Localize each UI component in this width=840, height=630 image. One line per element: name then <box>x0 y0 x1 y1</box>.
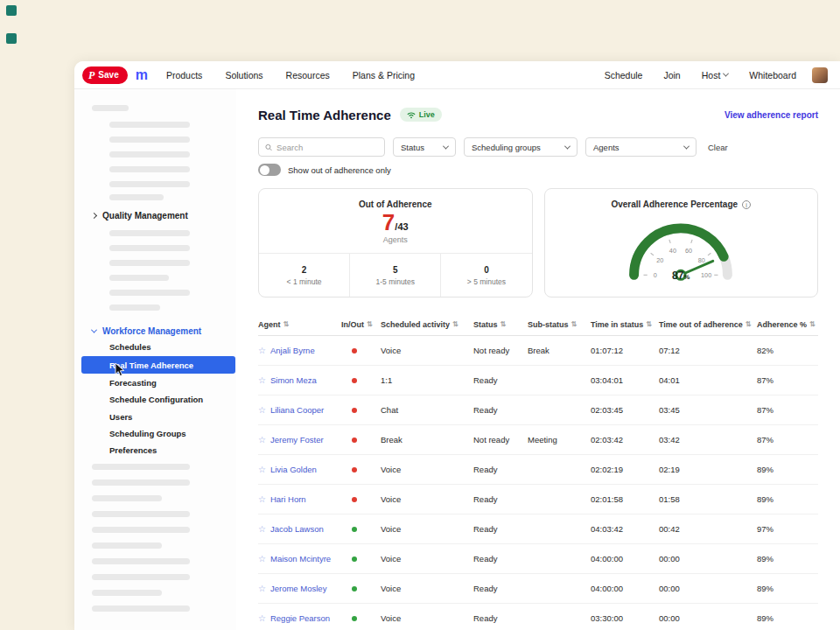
adherence-cell: 87% <box>757 435 818 444</box>
nav-link-resources[interactable]: Resources <box>286 70 330 80</box>
time-in-status-cell: 04:03:42 <box>591 524 659 534</box>
agent-link[interactable]: Reggie Pearson <box>270 613 330 623</box>
table-row: ☆Reggie Pearson Voice Ready 03:30:00 00:… <box>258 604 818 630</box>
table-row: ☆Jerome Mosley Voice Ready 04:00:00 00:0… <box>258 574 818 604</box>
sidebar-item-real-time-adherence[interactable]: Real Time Adherence <box>81 356 235 374</box>
agent-link[interactable]: Liliana Cooper <box>270 405 324 415</box>
agent-link[interactable]: Anjali Byrne <box>270 346 315 355</box>
agent-link[interactable]: Jacob Lawson <box>270 524 324 534</box>
avatar[interactable] <box>812 67 828 83</box>
nav-link-host[interactable]: Host <box>702 70 729 80</box>
adherence-toggle[interactable] <box>258 164 281 176</box>
skeleton-bar <box>109 304 160 311</box>
inout-dot <box>352 467 357 472</box>
miro-logo[interactable]: m <box>136 67 147 83</box>
svg-text:40: 40 <box>669 247 676 255</box>
agent-link[interactable]: Simon Meza <box>270 375 317 385</box>
skeleton-bar <box>109 166 190 172</box>
nav-link-solutions[interactable]: Solutions <box>225 70 262 80</box>
column-header-agent[interactable]: Agent⇅ <box>258 320 341 329</box>
agent-link[interactable]: Jeremy Foster <box>270 435 324 444</box>
svg-text:20: 20 <box>657 256 664 264</box>
nav-link-plans-pricing[interactable]: Plans & Pricing <box>353 70 415 80</box>
time-in-status-cell: 04:00:00 <box>591 584 659 593</box>
time-out-cell: 04:01 <box>659 375 757 385</box>
column-header-sub-status[interactable]: Sub-status⇅ <box>528 320 591 329</box>
activity-cell: Chat <box>381 405 473 415</box>
adherence-cell: 87% <box>757 405 818 415</box>
sort-icon: ⇅ <box>500 320 507 328</box>
pinterest-save-button[interactable]: P Save <box>82 66 128 84</box>
sidebar-item-users[interactable]: Users <box>109 412 132 422</box>
nav-link-schedule[interactable]: Schedule <box>605 70 643 80</box>
out-of-adherence-card: Out of Adherence 7/43 Agents 2 < 1 minut… <box>258 188 533 298</box>
star-icon[interactable]: ☆ <box>258 554 266 564</box>
column-header-time-out-of-adherence[interactable]: Time out of adherence⇅ <box>659 320 757 329</box>
sort-icon: ⇅ <box>746 320 752 328</box>
sort-icon: ⇅ <box>284 320 290 328</box>
info-icon[interactable]: i <box>742 200 751 209</box>
star-icon[interactable]: ☆ <box>258 613 266 623</box>
sidebar-item-workforce-management[interactable]: Workforce Management <box>92 326 201 336</box>
column-header-inout[interactable]: In/Out⇅ <box>341 320 381 329</box>
time-in-status-cell: 04:00:00 <box>591 554 659 564</box>
sidebar-item-preferences[interactable]: Preferences <box>109 445 157 455</box>
agents-dropdown[interactable]: Agents <box>585 137 696 157</box>
status-cell: Ready <box>473 465 528 474</box>
column-header-status[interactable]: Status⇅ <box>473 320 528 329</box>
app-window: P Save m Products Solutions Resources Pl… <box>74 61 840 630</box>
adherence-cell: 97% <box>757 524 818 534</box>
search-box[interactable] <box>258 137 385 157</box>
star-icon[interactable]: ☆ <box>258 435 266 444</box>
nav-link-join[interactable]: Join <box>663 70 680 80</box>
time-in-status-cell: 02:03:42 <box>591 435 659 444</box>
skeleton-bar <box>109 275 169 281</box>
nav-link-whiteboard[interactable]: Whiteboard <box>749 70 796 80</box>
view-adherence-report-link[interactable]: View adherence report <box>724 110 818 120</box>
activity-cell: Voice <box>381 465 473 474</box>
live-badge: Live <box>400 108 442 122</box>
svg-text:60: 60 <box>685 247 692 255</box>
star-icon[interactable]: ☆ <box>258 375 266 385</box>
inout-dot <box>352 586 357 592</box>
column-header-time-in-status[interactable]: Time in status⇅ <box>591 320 659 329</box>
sidebar-item-forecasting[interactable]: Forecasting <box>109 378 157 388</box>
nav-link-products[interactable]: Products <box>166 70 202 80</box>
star-icon[interactable]: ☆ <box>258 346 266 355</box>
column-header-scheduled-activity[interactable]: Scheduled activity⇅ <box>381 320 473 329</box>
activity-cell: Voice <box>381 346 473 355</box>
sidebar-item-schedules[interactable]: Schedules <box>109 342 151 352</box>
star-icon[interactable]: ☆ <box>258 524 266 534</box>
adherence-cell: 89% <box>757 584 818 593</box>
search-input[interactable] <box>276 143 378 152</box>
star-icon[interactable]: ☆ <box>258 465 266 474</box>
sidebar-item-schedule-configuration[interactable]: Schedule Configuration <box>109 395 203 404</box>
status-cell: Ready <box>473 494 528 504</box>
scheduling-groups-dropdown[interactable]: Scheduling groups <box>464 137 578 157</box>
out-count-row: 7/43 <box>259 211 532 234</box>
agent-link[interactable]: Jerome Mosley <box>270 584 326 593</box>
column-header-adherence-pct[interactable]: Adherence %⇅ <box>757 320 818 329</box>
status-cell: Ready <box>473 613 528 623</box>
star-icon[interactable]: ☆ <box>258 584 266 593</box>
sidebar-item-quality-management[interactable]: Quality Management <box>92 211 188 220</box>
time-in-status-cell: 03:30:00 <box>591 613 659 623</box>
mouse-cursor <box>115 362 125 377</box>
agent-link[interactable]: Livia Golden <box>270 465 317 474</box>
skeleton-bar <box>92 105 129 111</box>
sidebar-item-scheduling-groups[interactable]: Scheduling Groups <box>109 429 186 438</box>
filter-bar: Status Scheduling groups Agents Clear <box>258 137 818 157</box>
status-cell: Ready <box>473 405 528 415</box>
agent-link[interactable]: Maison Mcintyre <box>270 554 331 564</box>
clear-filters-link[interactable]: Clear <box>708 143 728 152</box>
table-row: ☆Anjali Byrne Voice Not ready Break 01:0… <box>258 336 818 366</box>
skeleton-bar <box>109 181 190 187</box>
star-icon[interactable]: ☆ <box>258 405 266 415</box>
sort-icon: ⇅ <box>809 320 816 328</box>
star-icon[interactable]: ☆ <box>258 494 266 504</box>
status-cell: Ready <box>473 524 528 534</box>
status-dropdown[interactable]: Status <box>393 137 456 157</box>
agent-link[interactable]: Hari Horn <box>270 494 306 504</box>
time-out-cell: 00:00 <box>659 554 757 564</box>
chevron-down-icon <box>91 327 97 333</box>
